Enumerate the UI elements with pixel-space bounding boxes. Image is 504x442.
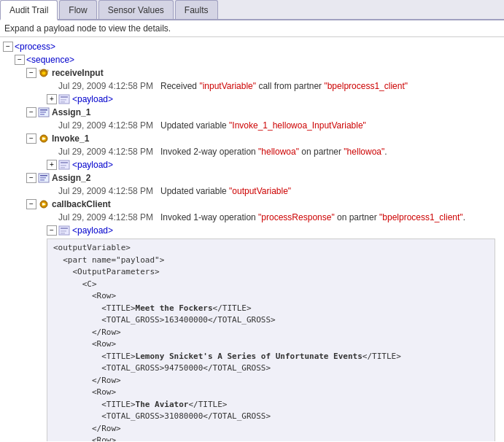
tab-audit-trail[interactable]: Audit Trail xyxy=(0,0,58,20)
assign1-row: − Assign_1 xyxy=(26,106,501,119)
assign1-expander[interactable]: − xyxy=(26,107,36,117)
assign2-label: Assign_2 xyxy=(52,173,90,183)
invoke1-label: Invoke_1 xyxy=(52,133,89,144)
xml-line-17: <Row> xyxy=(53,435,489,441)
invoke1-payload-label: <payload> xyxy=(72,160,113,170)
sequence-expander[interactable]: − xyxy=(15,55,25,65)
callback-message: Invoked 1-way operation "processResponse… xyxy=(160,212,465,222)
xml-line-4: <C> xyxy=(53,279,489,291)
assign1-label: Assign_1 xyxy=(52,107,90,117)
svg-rect-10 xyxy=(40,114,44,115)
sequence-row: − <sequence> xyxy=(15,53,501,66)
xml-line-14: <TITLE>The Aviator</TITLE> xyxy=(53,399,489,411)
svg-rect-19 xyxy=(40,175,47,177)
xml-line-6: <TITLE>Meet the Fockers</TITLE> xyxy=(53,303,489,315)
invoke1-payload-row: + <payload> xyxy=(47,158,501,171)
xml-line-7: <TOTAL_GROSS>163400000</TOTAL_GROSS> xyxy=(53,314,489,327)
assign1-timestamp: Jul 29, 2009 4:12:58 PM xyxy=(58,120,160,131)
xml-content-area: <outputVariable> <part name="payload"> <… xyxy=(47,239,495,441)
svg-rect-20 xyxy=(40,177,46,179)
xml-line-8: </Row> xyxy=(53,327,489,339)
assign2-message: Updated variable "outputVariable" xyxy=(160,186,291,196)
receive-input-expander[interactable]: − xyxy=(26,68,36,78)
invoke1-payload-expander[interactable]: + xyxy=(47,160,57,170)
tree-area: − <process> − <sequence> − receiveInput … xyxy=(0,37,504,441)
receive-input-icon xyxy=(38,68,50,78)
callback-payload-expander[interactable]: − xyxy=(47,225,57,236)
xml-line-2: <part name="payload"> xyxy=(53,255,489,267)
process-label: <process> xyxy=(15,42,55,52)
assign2-timestamp: Jul 29, 2009 4:12:58 PM xyxy=(58,186,160,196)
xml-line-1: <outputVariable> xyxy=(53,242,489,255)
xml-line-13: <Row> xyxy=(53,387,489,399)
xml-line-16: </Row> xyxy=(53,423,489,435)
callback-expander[interactable]: − xyxy=(26,199,36,209)
receive-payload-label: <payload> xyxy=(72,94,113,104)
svg-rect-28 xyxy=(61,233,65,234)
callback-timestamp: Jul 29, 2009 4:12:58 PM xyxy=(58,212,160,222)
invoke1-row: − Invoke_1 xyxy=(26,132,501,145)
tab-bar: Audit Trail Flow Sensor Values Faults xyxy=(0,0,504,20)
svg-rect-16 xyxy=(61,165,66,166)
receive-log-row: Jul 29, 2009 4:12:58 PM Received "inputV… xyxy=(47,80,501,93)
receive-input-label: receiveInput xyxy=(52,68,104,78)
receive-input-row: − receiveInput xyxy=(26,66,501,80)
receive-payload-expander[interactable]: + xyxy=(47,94,57,104)
xml-line-5: <Row> xyxy=(53,290,489,303)
assign1-log-row: Jul 29, 2009 4:12:58 PM Updated variable… xyxy=(47,119,501,132)
process-row: − <process> xyxy=(3,40,501,53)
xml-line-15: <TOTAL_GROSS>31080000</TOTAL_GROSS> xyxy=(53,411,489,423)
hint-text: Expand a payload node to view the detail… xyxy=(0,20,504,37)
callback-payload-icon xyxy=(58,225,70,236)
xml-line-11: <TOTAL_GROSS>94750000</TOTAL_GROSS> xyxy=(53,362,489,375)
assign2-row: − Assign_2 xyxy=(26,171,501,185)
callback-icon xyxy=(38,199,50,209)
xml-line-3: <OutputParameters> xyxy=(53,266,489,279)
invoke1-log-row: Jul 29, 2009 4:12:58 PM Invoked 2-way op… xyxy=(47,145,501,158)
receive-message: Received "inputVariable" call from partn… xyxy=(160,81,408,91)
callback-payload-label: <payload> xyxy=(72,225,113,236)
svg-rect-15 xyxy=(61,162,68,163)
tab-flow[interactable]: Flow xyxy=(59,0,96,19)
invoke1-expander[interactable]: − xyxy=(26,133,36,144)
receive-payload-row: + <payload> xyxy=(47,93,501,106)
sequence-label: <sequence> xyxy=(26,55,74,65)
callback-row: − callbackClient xyxy=(26,198,501,211)
svg-rect-6 xyxy=(61,101,65,103)
assign2-log-row: Jul 29, 2009 4:12:58 PM Updated variable… xyxy=(47,185,501,198)
svg-rect-26 xyxy=(61,228,68,229)
receive-timestamp: Jul 29, 2009 4:12:58 PM xyxy=(58,81,160,91)
xml-line-9: <Row> xyxy=(53,338,489,351)
assign2-icon xyxy=(38,173,50,183)
svg-rect-21 xyxy=(40,179,44,181)
process-expander[interactable]: − xyxy=(3,42,13,52)
svg-rect-9 xyxy=(40,112,46,113)
assign1-icon xyxy=(38,107,50,117)
svg-rect-27 xyxy=(61,230,66,232)
svg-rect-8 xyxy=(40,109,47,111)
assign2-expander[interactable]: − xyxy=(26,173,36,183)
callback-payload-row: − <payload> xyxy=(47,224,501,237)
svg-rect-5 xyxy=(61,99,66,101)
receive-payload-icon xyxy=(58,94,70,104)
callback-log-row: Jul 29, 2009 4:12:58 PM Invoked 1-way op… xyxy=(47,211,501,224)
tab-sensor-values[interactable]: Sensor Values xyxy=(98,0,174,19)
tab-faults[interactable]: Faults xyxy=(175,0,218,19)
invoke1-icon xyxy=(38,133,50,144)
xml-line-12: </Row> xyxy=(53,375,489,387)
invoke1-message: Invoked 2-way operation "hellowoa" on pa… xyxy=(160,147,387,157)
invoke1-payload-icon xyxy=(58,160,70,170)
callback-label: callbackClient xyxy=(52,199,111,209)
invoke1-timestamp: Jul 29, 2009 4:12:58 PM xyxy=(58,147,160,157)
xml-line-10: <TITLE>Lemony Snicket's A Series of Unfo… xyxy=(53,351,489,363)
svg-rect-4 xyxy=(61,96,68,98)
svg-rect-17 xyxy=(61,167,65,168)
assign1-message: Updated variable "Invoke_1_hellowoa_Inpu… xyxy=(160,120,366,131)
